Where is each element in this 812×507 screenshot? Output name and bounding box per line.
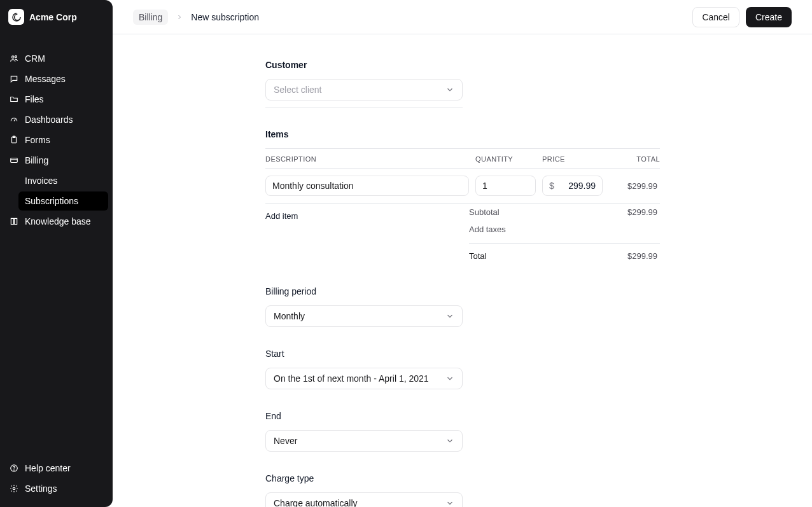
items-label: Items: [265, 129, 660, 139]
chevron-down-icon: [445, 499, 454, 507]
svg-point-0: [12, 56, 15, 59]
nav-label: Knowledge base: [25, 216, 91, 226]
nav-item-forms[interactable]: Forms: [4, 130, 108, 149]
cancel-button[interactable]: Cancel: [692, 7, 739, 27]
topbar: Billing New subscription Cancel Create: [113, 0, 812, 34]
billing-period-block: Billing period Monthly: [265, 286, 660, 327]
main: Billing New subscription Cancel Create C…: [113, 0, 812, 507]
sidebar-footer: Help center Settings: [4, 459, 108, 498]
breadcrumb: Billing New subscription: [133, 10, 259, 25]
charge-type-label: Charge type: [265, 473, 660, 483]
nav-label: Billing: [25, 155, 48, 165]
book-icon: [10, 217, 18, 226]
item-quantity-value: 1: [482, 181, 487, 191]
chevron-down-icon: [445, 374, 454, 383]
divider: [265, 107, 463, 108]
col-price: PRICE: [542, 155, 603, 163]
total-value: $299.99: [627, 251, 657, 261]
nav-label: Files: [25, 94, 44, 104]
chevron-down-icon: [445, 436, 454, 445]
items-summary: Subtotal $299.99 Add taxes Total $299.99: [469, 204, 660, 265]
nav-label: CRM: [25, 53, 45, 64]
chevron-right-icon: [176, 13, 183, 21]
item-description-input[interactable]: Monthly consultation: [265, 176, 469, 196]
nav-label: Help center: [25, 463, 71, 473]
nav-item-help[interactable]: Help center: [4, 459, 108, 478]
create-button[interactable]: Create: [746, 7, 792, 27]
item-price-value: 299.99: [568, 181, 596, 191]
charge-type-select[interactable]: Charge automatically: [265, 492, 463, 507]
content: Customer Select client Items DESCRIPTION…: [113, 34, 812, 507]
primary-nav: CRM Messages Files Dashboards Forms: [4, 36, 108, 231]
items-table: DESCRIPTION QUANTITY PRICE TOTAL Monthly…: [265, 148, 660, 265]
breadcrumb-current: New subscription: [191, 12, 259, 22]
nav-item-messages[interactable]: Messages: [4, 69, 108, 88]
items-footer: Add item Subtotal $299.99 Add taxes: [265, 204, 660, 265]
total-label: Total: [469, 251, 486, 261]
gauge-icon: [10, 115, 18, 124]
end-select[interactable]: Never: [265, 430, 463, 452]
nav-item-settings[interactable]: Settings: [4, 479, 108, 498]
end-label: End: [265, 411, 660, 421]
nav-item-knowledge-base[interactable]: Knowledge base: [4, 212, 108, 231]
svg-point-1: [15, 56, 17, 58]
help-icon: [10, 464, 18, 473]
nav-billing-sub: Invoices Subscriptions: [4, 171, 108, 211]
add-item-link[interactable]: Add item: [265, 204, 298, 221]
customer-block: Customer Select client: [265, 60, 660, 108]
currency-symbol: $: [549, 181, 554, 191]
nav-item-crm[interactable]: CRM: [4, 49, 108, 68]
billing-period-label: Billing period: [265, 286, 660, 296]
subtotal-value: $299.99: [627, 207, 657, 217]
add-taxes-row[interactable]: Add taxes: [469, 221, 660, 238]
nav-item-invoices[interactable]: Invoices: [18, 171, 108, 190]
nav-item-dashboards[interactable]: Dashboards: [4, 110, 108, 129]
subtotal-label: Subtotal: [469, 207, 500, 217]
col-total: TOTAL: [609, 155, 660, 163]
billing-period-select[interactable]: Monthly: [265, 305, 463, 327]
form: Customer Select client Items DESCRIPTION…: [265, 60, 660, 507]
customer-label: Customer: [265, 60, 660, 70]
spiral-icon: [11, 12, 22, 22]
item-description-value: Monthly consultation: [272, 181, 354, 191]
customer-select[interactable]: Select client: [265, 79, 463, 101]
brand-name: Acme Corp: [29, 12, 77, 22]
total-row: Total $299.99: [469, 243, 660, 265]
add-taxes-label: Add taxes: [469, 225, 506, 234]
nav-label: Invoices: [25, 176, 57, 186]
nav-item-billing[interactable]: Billing: [4, 151, 108, 170]
subtotal-row: Subtotal $299.99: [469, 204, 660, 221]
items-block: Items DESCRIPTION QUANTITY PRICE TOTAL M…: [265, 129, 660, 265]
item-row-total: $299.99: [609, 181, 660, 191]
clipboard-icon: [10, 135, 18, 144]
folder-icon: [10, 95, 18, 104]
users-icon: [10, 54, 18, 63]
nav-label: Dashboards: [25, 115, 73, 125]
nav-label: Settings: [25, 483, 57, 494]
charge-type-block: Charge type Charge automatically: [265, 473, 660, 507]
nav-item-subscriptions[interactable]: Subscriptions: [18, 191, 108, 211]
item-quantity-input[interactable]: 1: [475, 176, 536, 196]
charge-type-value: Charge automatically: [274, 498, 358, 507]
start-select[interactable]: On the 1st of next month - April 1, 2021: [265, 368, 463, 389]
start-label: Start: [265, 349, 660, 359]
item-price-input[interactable]: $ 299.99: [542, 176, 603, 196]
nav-item-files[interactable]: Files: [4, 90, 108, 109]
chevron-down-icon: [445, 85, 454, 94]
breadcrumb-parent[interactable]: Billing: [133, 10, 168, 25]
col-quantity: QUANTITY: [475, 155, 536, 163]
chat-icon: [10, 74, 18, 83]
brand-logo: [8, 9, 24, 25]
svg-point-7: [13, 487, 15, 490]
items-row: Monthly consultation 1 $ 299.99 $299.99: [265, 169, 660, 204]
start-value: On the 1st of next month - April 1, 2021: [274, 373, 429, 384]
col-description: DESCRIPTION: [265, 155, 469, 163]
nav-label: Subscriptions: [25, 196, 78, 206]
gear-icon: [10, 484, 18, 493]
nav-label: Messages: [25, 74, 66, 84]
customer-placeholder: Select client: [274, 85, 321, 95]
brand: Acme Corp: [4, 9, 108, 36]
credit-card-icon: [10, 156, 18, 165]
items-header: DESCRIPTION QUANTITY PRICE TOTAL: [265, 148, 660, 169]
topbar-actions: Cancel Create: [692, 7, 792, 27]
